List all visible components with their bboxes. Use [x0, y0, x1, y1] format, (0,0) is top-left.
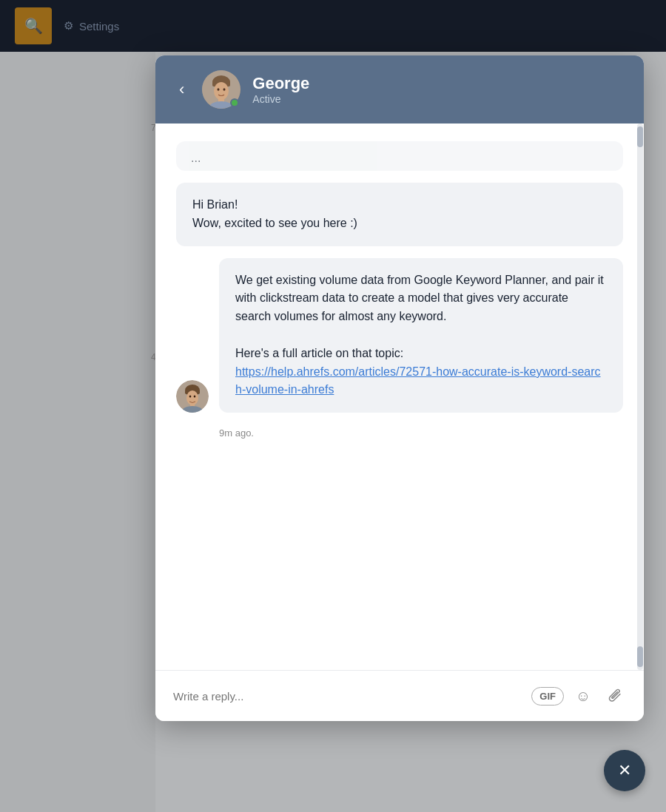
scroll-thumb-top [637, 126, 643, 147]
emoji-icon: ☺ [576, 688, 591, 705]
article-link[interactable]: https://help.ahrefs.com/articles/72571-h… [235, 365, 601, 396]
svg-point-5 [223, 88, 226, 91]
svg-point-13 [194, 396, 196, 398]
svg-point-4 [218, 88, 220, 91]
scroll-thumb-bottom [637, 646, 643, 667]
chat-body[interactable]: ... Hi Brian!Wow, excited to see you her… [155, 124, 644, 670]
svg-point-3 [214, 82, 229, 100]
message-timestamp-2: 9m ago. [219, 427, 623, 439]
message-row-2: We get existing volume data from Google … [176, 258, 623, 413]
message-content-2: We get existing volume data from Google … [219, 258, 623, 413]
gif-button[interactable]: GIF [531, 687, 564, 706]
contact-info: George Active [252, 74, 309, 105]
input-actions: GIF ☺ [531, 684, 626, 708]
attach-icon [606, 686, 622, 706]
chat-header: ‹ [155, 55, 644, 124]
status-indicator [230, 98, 239, 107]
chat-modal: ‹ [155, 55, 644, 721]
contact-status: Active [252, 93, 309, 105]
close-button[interactable]: ✕ [604, 750, 645, 791]
message-avatar-2 [176, 380, 209, 413]
contact-name: George [252, 74, 309, 93]
message-bubble-2: We get existing volume data from Google … [219, 258, 623, 413]
svg-point-12 [189, 396, 192, 398]
partial-message: ... [176, 141, 623, 171]
reply-input[interactable] [173, 690, 521, 703]
emoji-button[interactable]: ☺ [571, 684, 595, 708]
contact-avatar-wrap [202, 70, 240, 109]
message-text-1: Hi Brian!Wow, excited to see you here :) [192, 198, 357, 229]
chat-input-area: GIF ☺ [155, 670, 644, 721]
attach-button[interactable] [602, 684, 626, 708]
back-button[interactable]: ‹ [173, 78, 190, 101]
scrollbar[interactable] [636, 124, 644, 670]
message-bubble-1: Hi Brian!Wow, excited to see you here :) [176, 183, 623, 246]
message-text-2: We get existing volume data from Google … [235, 274, 604, 396]
